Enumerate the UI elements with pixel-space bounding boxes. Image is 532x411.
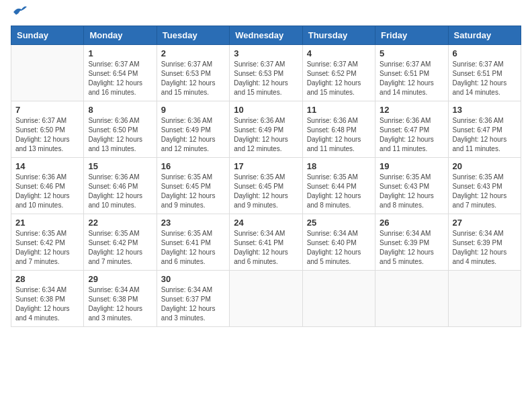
day-info: Sunrise: 6:36 AM Sunset: 6:50 PM Dayligh… bbox=[88, 116, 152, 154]
calendar-cell: 15Sunrise: 6:36 AM Sunset: 6:46 PM Dayli… bbox=[84, 158, 157, 214]
calendar-cell: 29Sunrise: 6:34 AM Sunset: 6:38 PM Dayli… bbox=[84, 271, 157, 327]
calendar-week-row: 21Sunrise: 6:35 AM Sunset: 6:42 PM Dayli… bbox=[11, 214, 521, 271]
day-number: 29 bbox=[88, 274, 152, 284]
day-info: Sunrise: 6:34 AM Sunset: 6:39 PM Dayligh… bbox=[453, 229, 517, 267]
calendar-cell: 3Sunrise: 6:37 AM Sunset: 6:53 PM Daylig… bbox=[230, 45, 302, 101]
day-info: Sunrise: 6:34 AM Sunset: 6:41 PM Dayligh… bbox=[234, 229, 298, 267]
logo-bird-icon bbox=[12, 5, 27, 17]
calendar-header-saturday: Saturday bbox=[448, 26, 521, 45]
calendar-cell: 18Sunrise: 6:35 AM Sunset: 6:44 PM Dayli… bbox=[302, 158, 375, 214]
day-info: Sunrise: 6:35 AM Sunset: 6:42 PM Dayligh… bbox=[15, 229, 79, 267]
day-number: 12 bbox=[380, 105, 443, 115]
calendar-header-thursday: Thursday bbox=[302, 26, 375, 45]
calendar-cell: 20Sunrise: 6:35 AM Sunset: 6:43 PM Dayli… bbox=[448, 158, 521, 214]
calendar-cell: 10Sunrise: 6:36 AM Sunset: 6:49 PM Dayli… bbox=[230, 101, 302, 158]
calendar-cell: 11Sunrise: 6:36 AM Sunset: 6:48 PM Dayli… bbox=[302, 101, 375, 158]
day-number: 3 bbox=[234, 48, 298, 58]
calendar-header-sunday: Sunday bbox=[11, 26, 84, 45]
day-info: Sunrise: 6:35 AM Sunset: 6:43 PM Dayligh… bbox=[453, 173, 517, 210]
calendar-cell: 26Sunrise: 6:34 AM Sunset: 6:39 PM Dayli… bbox=[375, 214, 448, 271]
calendar-week-row: 28Sunrise: 6:34 AM Sunset: 6:38 PM Dayli… bbox=[11, 271, 521, 327]
calendar-cell: 17Sunrise: 6:35 AM Sunset: 6:45 PM Dayli… bbox=[230, 158, 302, 214]
logo bbox=[11, 11, 27, 17]
calendar-cell: 25Sunrise: 6:34 AM Sunset: 6:40 PM Dayli… bbox=[302, 214, 375, 271]
calendar-cell: 28Sunrise: 6:34 AM Sunset: 6:38 PM Dayli… bbox=[11, 271, 84, 327]
day-info: Sunrise: 6:36 AM Sunset: 6:47 PM Dayligh… bbox=[380, 116, 443, 154]
day-number: 2 bbox=[161, 48, 225, 58]
day-number: 13 bbox=[453, 105, 517, 115]
day-info: Sunrise: 6:36 AM Sunset: 6:49 PM Dayligh… bbox=[234, 116, 298, 154]
calendar-cell: 27Sunrise: 6:34 AM Sunset: 6:39 PM Dayli… bbox=[448, 214, 521, 271]
calendar-cell: 21Sunrise: 6:35 AM Sunset: 6:42 PM Dayli… bbox=[11, 214, 84, 271]
day-info: Sunrise: 6:35 AM Sunset: 6:43 PM Dayligh… bbox=[380, 173, 443, 210]
calendar-cell: 6Sunrise: 6:37 AM Sunset: 6:51 PM Daylig… bbox=[448, 45, 521, 101]
calendar-cell: 23Sunrise: 6:35 AM Sunset: 6:41 PM Dayli… bbox=[157, 214, 229, 271]
calendar-header-monday: Monday bbox=[84, 26, 157, 45]
calendar-cell bbox=[302, 271, 375, 327]
calendar-cell: 5Sunrise: 6:37 AM Sunset: 6:51 PM Daylig… bbox=[375, 45, 448, 101]
calendar-cell: 24Sunrise: 6:34 AM Sunset: 6:41 PM Dayli… bbox=[230, 214, 302, 271]
day-number: 30 bbox=[161, 274, 225, 284]
day-info: Sunrise: 6:36 AM Sunset: 6:48 PM Dayligh… bbox=[307, 116, 371, 154]
day-number: 10 bbox=[234, 105, 298, 115]
day-number: 7 bbox=[15, 105, 79, 115]
calendar-table: SundayMondayTuesdayWednesdayThursdayFrid… bbox=[11, 26, 521, 327]
day-number: 14 bbox=[15, 161, 79, 171]
day-number: 20 bbox=[453, 161, 517, 171]
day-info: Sunrise: 6:37 AM Sunset: 6:52 PM Dayligh… bbox=[307, 60, 371, 97]
day-info: Sunrise: 6:35 AM Sunset: 6:42 PM Dayligh… bbox=[88, 229, 152, 267]
day-info: Sunrise: 6:34 AM Sunset: 6:37 PM Dayligh… bbox=[161, 285, 225, 323]
day-number: 11 bbox=[307, 105, 371, 115]
day-number: 1 bbox=[88, 48, 152, 58]
calendar-cell bbox=[230, 271, 302, 327]
day-number: 16 bbox=[161, 161, 225, 171]
day-number: 19 bbox=[380, 161, 443, 171]
calendar-cell: 13Sunrise: 6:36 AM Sunset: 6:47 PM Dayli… bbox=[448, 101, 521, 158]
calendar-cell: 1Sunrise: 6:37 AM Sunset: 6:54 PM Daylig… bbox=[84, 45, 157, 101]
calendar-cell bbox=[375, 271, 448, 327]
day-info: Sunrise: 6:37 AM Sunset: 6:53 PM Dayligh… bbox=[161, 60, 225, 97]
calendar-cell: 14Sunrise: 6:36 AM Sunset: 6:46 PM Dayli… bbox=[11, 158, 84, 214]
calendar-cell bbox=[11, 45, 84, 101]
calendar-cell bbox=[448, 271, 521, 327]
day-info: Sunrise: 6:37 AM Sunset: 6:51 PM Dayligh… bbox=[380, 60, 443, 97]
day-number: 17 bbox=[234, 161, 298, 171]
day-info: Sunrise: 6:35 AM Sunset: 6:45 PM Dayligh… bbox=[161, 173, 225, 210]
day-info: Sunrise: 6:37 AM Sunset: 6:54 PM Dayligh… bbox=[88, 60, 152, 97]
calendar-cell: 22Sunrise: 6:35 AM Sunset: 6:42 PM Dayli… bbox=[84, 214, 157, 271]
day-info: Sunrise: 6:37 AM Sunset: 6:53 PM Dayligh… bbox=[234, 60, 298, 97]
calendar-header-row: SundayMondayTuesdayWednesdayThursdayFrid… bbox=[11, 26, 521, 45]
calendar-cell: 12Sunrise: 6:36 AM Sunset: 6:47 PM Dayli… bbox=[375, 101, 448, 158]
page-header bbox=[11, 11, 521, 17]
calendar-cell: 2Sunrise: 6:37 AM Sunset: 6:53 PM Daylig… bbox=[157, 45, 229, 101]
calendar-cell: 19Sunrise: 6:35 AM Sunset: 6:43 PM Dayli… bbox=[375, 158, 448, 214]
day-info: Sunrise: 6:35 AM Sunset: 6:45 PM Dayligh… bbox=[234, 173, 298, 210]
day-info: Sunrise: 6:36 AM Sunset: 6:49 PM Dayligh… bbox=[161, 116, 225, 154]
day-info: Sunrise: 6:37 AM Sunset: 6:50 PM Dayligh… bbox=[15, 116, 79, 154]
day-number: 23 bbox=[161, 218, 225, 228]
day-info: Sunrise: 6:35 AM Sunset: 6:44 PM Dayligh… bbox=[307, 173, 371, 210]
day-number: 21 bbox=[15, 218, 79, 228]
day-number: 8 bbox=[88, 105, 152, 115]
day-info: Sunrise: 6:36 AM Sunset: 6:46 PM Dayligh… bbox=[88, 173, 152, 210]
day-number: 24 bbox=[234, 218, 298, 228]
day-number: 6 bbox=[453, 48, 517, 58]
day-number: 26 bbox=[380, 218, 443, 228]
day-number: 4 bbox=[307, 48, 371, 58]
calendar-cell: 8Sunrise: 6:36 AM Sunset: 6:50 PM Daylig… bbox=[84, 101, 157, 158]
calendar-week-row: 1Sunrise: 6:37 AM Sunset: 6:54 PM Daylig… bbox=[11, 45, 521, 101]
calendar-cell: 7Sunrise: 6:37 AM Sunset: 6:50 PM Daylig… bbox=[11, 101, 84, 158]
day-info: Sunrise: 6:34 AM Sunset: 6:38 PM Dayligh… bbox=[15, 285, 79, 323]
day-number: 25 bbox=[307, 218, 371, 228]
day-info: Sunrise: 6:36 AM Sunset: 6:46 PM Dayligh… bbox=[15, 173, 79, 210]
calendar-week-row: 7Sunrise: 6:37 AM Sunset: 6:50 PM Daylig… bbox=[11, 101, 521, 158]
calendar-cell: 4Sunrise: 6:37 AM Sunset: 6:52 PM Daylig… bbox=[302, 45, 375, 101]
day-number: 18 bbox=[307, 161, 371, 171]
calendar-header-friday: Friday bbox=[375, 26, 448, 45]
calendar-cell: 30Sunrise: 6:34 AM Sunset: 6:37 PM Dayli… bbox=[157, 271, 229, 327]
calendar-header-wednesday: Wednesday bbox=[230, 26, 302, 45]
day-number: 28 bbox=[15, 274, 79, 284]
day-number: 9 bbox=[161, 105, 225, 115]
day-info: Sunrise: 6:34 AM Sunset: 6:38 PM Dayligh… bbox=[88, 285, 152, 323]
day-info: Sunrise: 6:34 AM Sunset: 6:40 PM Dayligh… bbox=[307, 229, 371, 267]
